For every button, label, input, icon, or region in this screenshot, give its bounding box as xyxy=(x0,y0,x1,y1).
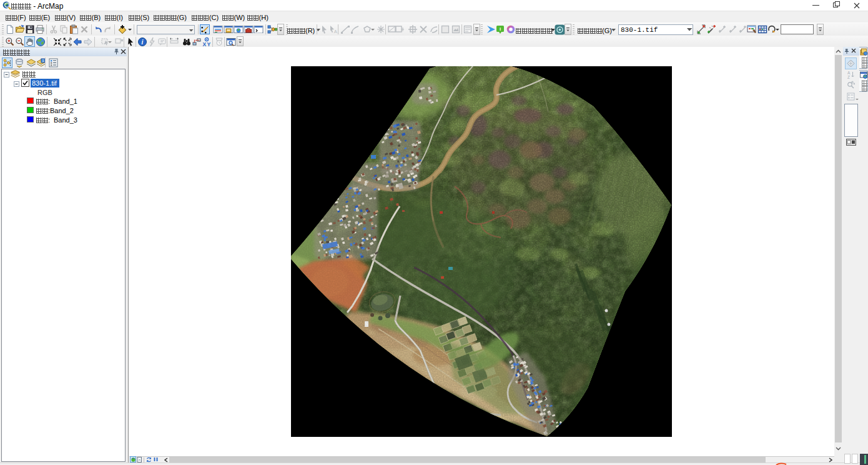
svg-text:i: i xyxy=(142,39,144,46)
svg-text:Z: Z xyxy=(847,75,850,79)
svg-text:i: i xyxy=(500,26,501,32)
svg-text:1: 1 xyxy=(42,59,44,62)
svg-text:X: X xyxy=(203,41,207,48)
svg-text:A: A xyxy=(334,29,337,34)
svg-text:A: A xyxy=(847,71,851,75)
svg-text:Y: Y xyxy=(207,41,211,48)
